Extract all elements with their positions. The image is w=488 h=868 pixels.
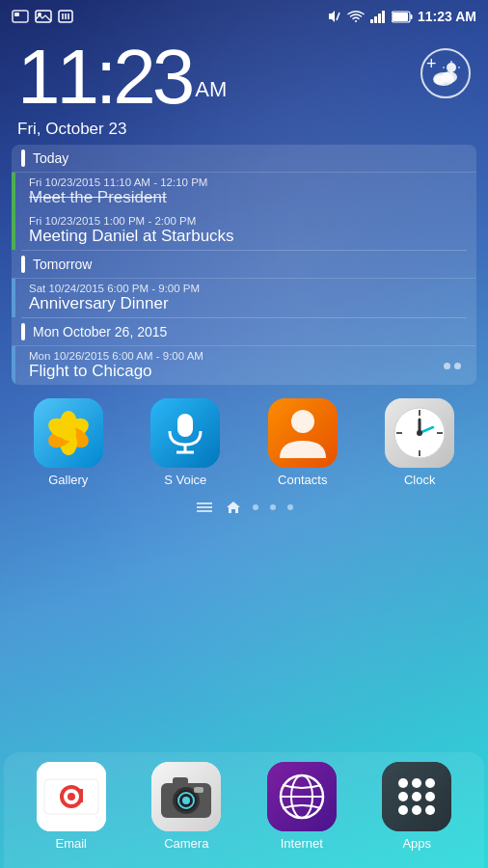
date-label: Fri, October 23	[0, 120, 488, 145]
svg-line-8	[337, 13, 339, 20]
svg-point-23	[434, 75, 446, 85]
wifi-icon	[347, 10, 365, 23]
mon-section-header: Mon October 26, 2015	[12, 318, 476, 346]
clock-label: Clock	[404, 473, 436, 487]
nav-menu-icon	[195, 501, 214, 514]
email-icon[interactable]	[37, 762, 106, 831]
event-meet-president[interactable]: Fri 10/23/2015 11:10 AM - 12:10 PM Meet …	[12, 173, 476, 211]
app-internet[interactable]: Internet	[254, 762, 350, 851]
svg-rect-15	[411, 14, 413, 19]
svg-point-54	[68, 793, 75, 800]
svg-point-73	[425, 792, 435, 801]
bottom-dock: Email	[4, 752, 484, 868]
today-label: Today	[33, 150, 68, 166]
event-flight-time: Mon 10/26/2015 6:00 AM - 9:00 AM	[29, 350, 444, 362]
weather-widget[interactable]: +	[420, 48, 471, 98]
mon-bar	[21, 323, 25, 340]
svg-point-75	[412, 805, 421, 815]
clock-widget: 11:23 AM +	[0, 31, 488, 120]
app-contacts[interactable]: Contacts	[255, 398, 351, 487]
camera-label: Camera	[164, 836, 208, 851]
event-anniversary-time: Sat 10/24/2015 6:00 PM - 9:00 PM	[29, 283, 467, 294]
nav-dots	[0, 495, 488, 524]
apps-label: Apps	[402, 836, 431, 851]
sim-icon	[58, 10, 73, 23]
svg-point-71	[398, 792, 408, 801]
email-label: Email	[55, 836, 87, 851]
event-meeting-daniel-title: Meeting Daniel at Starbucks	[29, 227, 467, 246]
app-email[interactable]: Email	[23, 762, 120, 851]
svg-rect-33	[177, 414, 193, 437]
svg-rect-14	[393, 13, 408, 21]
app-gallery[interactable]: Gallery	[20, 398, 117, 487]
internet-icon[interactable]	[267, 762, 337, 831]
svg-rect-1	[14, 13, 19, 16]
svg-point-37	[291, 410, 314, 433]
event-flight-title: Flight to Chicago	[29, 362, 444, 381]
svg-point-60	[182, 797, 190, 804]
nav-dot-2[interactable]	[270, 504, 276, 510]
event-meeting-daniel-time: Fri 10/23/2015 1:00 PM - 2:00 PM	[29, 215, 467, 227]
mute-icon	[327, 9, 342, 24]
status-time: 11:23 AM	[418, 9, 476, 24]
event-anniversary[interactable]: Sat 10/24/2015 6:00 PM - 9:00 PM Anniver…	[12, 279, 476, 317]
status-icons-left	[12, 10, 73, 23]
nav-home-icon[interactable]	[226, 501, 241, 514]
clock-display: 11:23 AM	[17, 39, 227, 116]
svg-point-72	[412, 792, 421, 801]
app-clock[interactable]: Clock	[371, 398, 468, 487]
svg-rect-10	[374, 16, 377, 23]
svg-point-76	[425, 805, 435, 815]
svg-rect-0	[13, 11, 28, 22]
battery-icon	[392, 11, 413, 23]
status-bar: 11:23 AM	[0, 0, 488, 31]
overflow-dot-1	[444, 363, 450, 369]
svg-rect-9	[370, 19, 373, 23]
internet-label: Internet	[281, 836, 323, 851]
mon-label: Mon October 26, 2015	[33, 324, 167, 339]
image-icon	[35, 10, 52, 23]
svg-rect-62	[173, 777, 188, 785]
tomorrow-bar	[21, 256, 25, 273]
gallery-icon[interactable]	[34, 398, 103, 468]
nav-dot-3[interactable]	[287, 504, 293, 510]
svg-point-46	[417, 430, 422, 436]
calendar-widget[interactable]: Today Fri 10/23/2015 11:10 AM - 12:10 PM…	[12, 145, 476, 385]
signal-icon	[369, 10, 387, 23]
camera-icon[interactable]	[151, 762, 221, 831]
today-bar	[21, 149, 25, 167]
event-flight[interactable]: Mon 10/26/2015 6:00 AM - 9:00 AM Flight …	[12, 346, 476, 385]
app-apps[interactable]: Apps	[368, 762, 465, 851]
app-svoice[interactable]: S Voice	[137, 398, 233, 487]
svg-point-69	[412, 778, 421, 788]
tomorrow-section-header: Tomorrow	[12, 251, 476, 279]
clock-time: 11:23	[17, 39, 191, 116]
svoice-icon[interactable]	[150, 398, 220, 468]
weather-icon[interactable]: +	[420, 48, 471, 98]
svg-rect-12	[382, 11, 385, 23]
svoice-label: S Voice	[164, 473, 206, 487]
event-meet-president-time: Fri 10/23/2015 11:10 AM - 12:10 PM	[29, 176, 467, 188]
svg-point-68	[398, 778, 408, 788]
contacts-label: Contacts	[278, 473, 327, 487]
status-icons-right: 11:23 AM	[327, 9, 476, 24]
svg-point-31	[61, 425, 76, 441]
svg-rect-61	[194, 787, 203, 793]
apps-icon[interactable]	[382, 762, 451, 831]
clock-ampm: AM	[195, 77, 227, 102]
svg-point-74	[398, 805, 408, 815]
event-meeting-daniel[interactable]: Fri 10/23/2015 1:00 PM - 2:00 PM Meeting…	[12, 211, 476, 250]
screenshot-icon	[12, 10, 29, 23]
apps-row-1: Gallery	[0, 385, 488, 495]
nav-dot-1[interactable]	[253, 504, 258, 510]
svg-point-16	[447, 63, 456, 72]
app-camera[interactable]: Camera	[138, 762, 234, 851]
event-anniversary-title: Anniversary Dinner	[29, 294, 467, 313]
clock-app-icon[interactable]	[385, 398, 454, 468]
today-section-header: Today	[12, 145, 476, 173]
svg-rect-11	[378, 14, 381, 23]
svg-point-70	[425, 778, 435, 788]
overflow-dot-2	[454, 363, 461, 369]
contacts-icon[interactable]	[268, 398, 338, 468]
tomorrow-label: Tomorrow	[33, 257, 92, 272]
